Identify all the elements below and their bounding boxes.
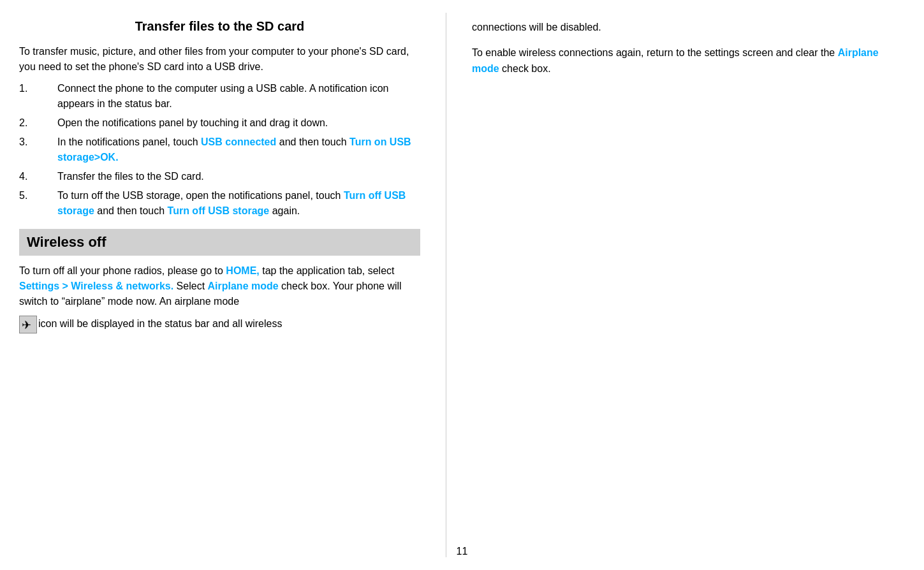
wireless-body-text: To turn off all your phone radios, pleas… <box>19 263 420 309</box>
right-text-1: connections will be disabled. <box>472 19 898 36</box>
step-1-content: Connect the phone to the computer using … <box>57 81 420 112</box>
airplane-mode-icon: ✈ <box>19 316 37 333</box>
wireless-section-header: Wireless off <box>19 229 420 256</box>
wireless-icon-text-label: icon will be displayed in the status bar… <box>38 318 282 329</box>
step-2-content: Open the notifications panel by touching… <box>57 115 420 131</box>
wireless-header-text: Wireless off <box>27 234 106 250</box>
airplane-mode-link-left[interactable]: Airplane mode <box>208 281 279 291</box>
step-3-num: 3. <box>19 135 57 165</box>
step-3: 3. In the notifications panel, touch USB… <box>19 135 420 165</box>
step-5: 5. To turn off the USB storage, open the… <box>19 188 420 219</box>
wireless-text-1: To turn off all your phone radios, pleas… <box>19 265 226 276</box>
step-1: 1. Connect the phone to the computer usi… <box>19 81 420 112</box>
steps-list: 1. Connect the phone to the computer usi… <box>19 81 420 219</box>
page-title: Transfer files to the SD card <box>19 19 420 34</box>
home-link[interactable]: HOME, <box>226 265 259 276</box>
left-column: Transfer files to the SD card To transfe… <box>0 13 446 557</box>
intro-text: To transfer music, picture, and other fi… <box>19 44 420 75</box>
step-4-num: 4. <box>19 169 57 184</box>
wireless-text-2: tap the application tab, select <box>260 265 395 276</box>
wireless-icon-text: ✈ icon will be displayed in the status b… <box>19 316 420 333</box>
right-column: connections will be disabled. To enable … <box>446 13 924 557</box>
right-enable-text: To enable wireless connections again, re… <box>472 47 838 58</box>
step-5-content: To turn off the USB storage, open the no… <box>57 188 420 219</box>
right-text-2: To enable wireless connections again, re… <box>472 45 898 77</box>
settings-link[interactable]: Settings > Wireless & networks. <box>19 281 173 291</box>
right-checkbox-text: check box. <box>499 63 551 74</box>
step-1-num: 1. <box>19 81 57 112</box>
step-3-content: In the notifications panel, touch USB co… <box>57 135 420 165</box>
step-4: 4. Transfer the files to the SD card. <box>19 169 420 184</box>
step-2-num: 2. <box>19 115 57 131</box>
svg-text:✈: ✈ <box>22 319 31 332</box>
step-4-content: Transfer the files to the SD card. <box>57 169 420 184</box>
step-5-num: 5. <box>19 188 57 219</box>
turn-off-usb-link-2[interactable]: Turn off USB storage <box>168 205 270 216</box>
usb-connected-link[interactable]: USB connected <box>201 136 276 147</box>
page-number: 11 <box>457 546 468 557</box>
wireless-text-3: Select <box>173 281 207 291</box>
step-2: 2. Open the notifications panel by touch… <box>19 115 420 131</box>
